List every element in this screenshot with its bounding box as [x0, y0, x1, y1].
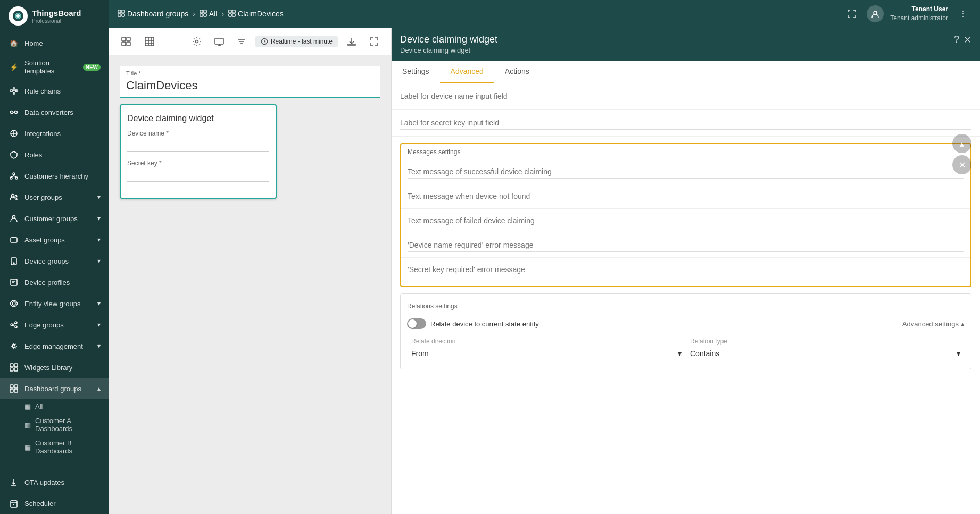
dash-toolbar-right: Realtime - last minute [188, 33, 383, 50]
sidebar-label-edge-groups: Edge groups [24, 321, 64, 329]
device-name-input-line[interactable] [127, 139, 269, 152]
secret-key-input-line[interactable] [127, 169, 269, 182]
sidebar-item-dashboard-groups[interactable]: Dashboard groups ▴ [0, 378, 109, 399]
advanced-settings-link[interactable]: Advanced settings ▴ [902, 320, 965, 328]
svg-rect-32 [122, 13, 124, 16]
sidebar-item-home[interactable]: 🏠 Home [0, 32, 109, 54]
dashboard-layout-icon[interactable] [118, 33, 135, 50]
widget-title: Device claiming widget [127, 114, 269, 123]
relate-toggle-label: Relate device to current state entity [430, 320, 539, 328]
relate-direction-label: Relate direction [411, 338, 682, 345]
main-area: Dashboard groups › All › ClaimDevices [109, 0, 980, 514]
edge-groups-icon [9, 319, 19, 330]
edge-management-icon [9, 341, 19, 351]
svg-rect-46 [145, 37, 154, 46]
sidebar-item-edge-groups[interactable]: Edge groups ▾ [0, 314, 109, 335]
relate-direction-value: From [411, 349, 429, 358]
user-groups-chevron: ▾ [97, 193, 101, 201]
breadcrumb-claimdevices-icon [228, 10, 236, 19]
label-device-name-input[interactable] [400, 90, 971, 103]
settings-button[interactable] [188, 33, 205, 50]
dashboard-grid-icon[interactable] [141, 33, 158, 50]
dash-toolbar: Realtime - last minute [109, 28, 391, 55]
help-button[interactable]: ? [954, 34, 959, 46]
breadcrumb-dashboard-groups[interactable]: Dashboard groups [118, 10, 188, 19]
close-panel-button[interactable]: ✕ [964, 34, 971, 46]
edge-groups-chevron: ▾ [97, 321, 101, 328]
msg-not-found-input[interactable] [408, 190, 964, 203]
msg-failed-input[interactable] [408, 214, 964, 227]
sidebar-item-edge-management[interactable]: Edge management ▾ [0, 335, 109, 357]
sidebar-sub-customer-b[interactable]: ▦ Customer B Dashboards [0, 436, 109, 458]
widget-card-content: Device claiming widget Device name * Sec… [121, 105, 276, 198]
ota-updates-icon [9, 477, 19, 487]
panel-header-actions: ? ✕ [954, 34, 971, 46]
msg-key-required-input[interactable] [408, 263, 964, 276]
sidebar-item-rule-chains[interactable]: Rule chains [0, 80, 109, 102]
relation-type-select[interactable]: Contains ▾ [690, 347, 960, 360]
sidebar-sub-label-all: All [35, 402, 43, 410]
sidebar-item-customers-hierarchy[interactable]: Customers hierarchy [0, 165, 109, 187]
breadcrumb-claimdevices[interactable]: ClaimDevices [228, 10, 284, 19]
sidebar-item-scheduler[interactable]: Scheduler [0, 493, 109, 514]
svg-rect-24 [10, 385, 13, 388]
more-menu-button[interactable]: ⋮ [954, 5, 971, 22]
sidebar-item-data-converters[interactable]: Data converters [0, 102, 109, 123]
edge-management-chevron: ▾ [97, 342, 101, 350]
label-secret-key-input[interactable] [400, 116, 971, 130]
tab-settings[interactable]: Settings [392, 61, 440, 83]
sidebar-item-integrations[interactable]: Integrations [0, 123, 109, 144]
sidebar-item-roles[interactable]: Roles [0, 144, 109, 165]
sidebar-item-customer-groups[interactable]: Customer groups ▾ [0, 208, 109, 229]
filter-button[interactable] [233, 33, 250, 50]
svg-rect-25 [14, 385, 18, 388]
sidebar-label-edge-management: Edge management [24, 342, 83, 350]
sidebar-item-entity-view-groups[interactable]: Entity view groups ▾ [0, 293, 109, 314]
svg-point-6 [10, 177, 12, 179]
breadcrumb-all[interactable]: All [200, 10, 218, 19]
sidebar-logo[interactable]: ThingsBoard Professional [0, 0, 109, 32]
sidebar-label-rule-chains: Rule chains [24, 87, 61, 95]
relation-fields: Relate direction From ▾ Relation type Co… [401, 333, 971, 365]
dashboard-title: ClaimDevices [126, 79, 374, 92]
secret-key-field: Secret key * [127, 159, 269, 182]
sidebar-label-roles: Roles [24, 151, 42, 159]
relate-direction-select[interactable]: From ▾ [411, 347, 682, 360]
fullscreen-toggle-button[interactable] [843, 5, 860, 22]
svg-rect-22 [10, 368, 13, 371]
sidebar-sub-all[interactable]: ▦ All [0, 399, 109, 414]
tab-actions[interactable]: Actions [494, 61, 540, 83]
msg-name-required-input[interactable] [408, 239, 964, 252]
display-settings-button[interactable] [211, 33, 228, 50]
svg-rect-43 [127, 37, 130, 41]
expand-button[interactable] [366, 33, 383, 50]
sidebar-item-asset-groups[interactable]: Asset groups ▾ [0, 229, 109, 250]
nav-up-button[interactable]: ▴ [952, 134, 971, 153]
sidebar-item-user-groups[interactable]: User groups ▾ [0, 187, 109, 208]
sidebar-sub-customer-a[interactable]: ▦ Customer A Dashboards [0, 414, 109, 436]
sidebar-label-customer-groups: Customer groups [24, 215, 78, 223]
msg-success-input[interactable] [408, 165, 964, 179]
breadcrumb-all-label: All [209, 10, 218, 18]
dash-canvas: Title * ClaimDevices Device claiming wid… [109, 55, 391, 514]
svg-rect-52 [215, 38, 223, 44]
svg-point-9 [15, 195, 17, 197]
label-device-name-row [392, 83, 980, 110]
sidebar-item-solution-templates[interactable]: ⚡ Solution templates NEW [0, 54, 109, 80]
asset-groups-chevron: ▾ [97, 236, 101, 243]
sidebar-item-ota-updates[interactable]: OTA updates [0, 471, 109, 493]
scheduler-icon [9, 498, 19, 509]
sidebar-label-home: Home [24, 39, 43, 47]
nav-close-button[interactable]: ✕ [952, 155, 971, 174]
svg-point-18 [15, 326, 17, 328]
realtime-button[interactable]: Realtime - last minute [255, 36, 338, 47]
breadcrumb-dashboard-groups-label: Dashboard groups [127, 10, 188, 18]
sidebar-label-data-converters: Data converters [24, 108, 73, 116]
sidebar-item-device-groups[interactable]: Device groups ▾ [0, 250, 109, 272]
sidebar-item-device-profiles[interactable]: Device profiles [0, 272, 109, 293]
sidebar-item-widgets-library[interactable]: Widgets Library [0, 357, 109, 378]
tab-advanced[interactable]: Advanced [440, 61, 494, 83]
user-avatar[interactable] [867, 5, 884, 22]
relate-toggle[interactable] [407, 318, 426, 329]
download-button[interactable] [343, 33, 360, 50]
